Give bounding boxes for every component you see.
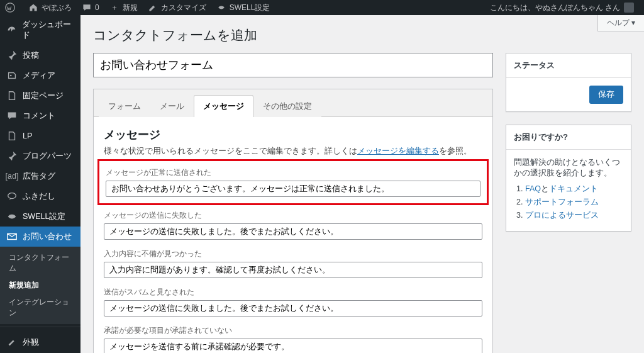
field-label: 入力内容に不備が見つかった xyxy=(104,249,482,259)
tab-form[interactable]: フォーム xyxy=(99,95,150,117)
sidebar-item-appearance[interactable]: 外観 xyxy=(0,332,80,352)
sidebar-item-label: 広告タグ xyxy=(23,171,55,182)
pin-icon xyxy=(6,150,18,162)
message-input[interactable] xyxy=(104,300,482,317)
appearance-icon xyxy=(6,337,18,348)
help-tab: ヘルプ ▾ xyxy=(597,15,644,31)
sidebar-item-label: ダッシュボード xyxy=(22,20,75,41)
user-greeting[interactable]: こんにちは、やぬさんぽんちゃん さん xyxy=(485,0,639,15)
sidebar-item-bubble[interactable]: ふきだし xyxy=(0,186,80,206)
sidebar-item-label: メディア xyxy=(23,70,55,81)
sidebar-item-label: ふきだし xyxy=(23,191,55,202)
sidebar-item-comment[interactable]: コメント xyxy=(0,106,80,126)
swell-icon xyxy=(6,211,18,222)
field-label: メッセージの送信に失敗した xyxy=(104,210,482,221)
message-field-row: 承諾が必要な項目が承諾されていない xyxy=(104,325,482,353)
submenu-item[interactable]: 新規追加 xyxy=(0,277,80,294)
page-icon xyxy=(6,90,18,101)
site-home[interactable]: やぽぶろ xyxy=(23,0,77,15)
field-label: 承諾が必要な項目が承諾されていない xyxy=(104,325,482,336)
tabs-bar: フォームメールメッセージその他の設定 xyxy=(94,89,492,117)
save-button[interactable]: 保存 xyxy=(589,86,623,104)
message-field-row: 送信がスパムと見なされた xyxy=(104,287,482,317)
help-box: お困りですか? 問題解決の助けとなるいくつかの選択肢を紹介します。 FAQとドキ… xyxy=(506,125,631,232)
sidebar-item-contact[interactable]: お問い合わせ xyxy=(0,227,80,247)
lead-link[interactable]: メッセージを編集する xyxy=(357,147,439,155)
section-title: メッセージ xyxy=(104,127,482,142)
avatar-icon xyxy=(624,3,634,13)
field-label: 送信がスパムと見なされた xyxy=(104,287,482,298)
tab-mail[interactable]: メール xyxy=(150,95,194,117)
sidebar-item-label: 投稿 xyxy=(23,50,39,61)
sidebar-item-swell[interactable]: SWELL設定 xyxy=(0,206,80,227)
help-links-list: FAQとドキュメント サポートフォーラム プロによるサービス xyxy=(525,184,623,221)
wp-logo[interactable] xyxy=(0,0,23,15)
sidebar-submenu: コンタクトフォーム新規追加インテグレーション xyxy=(0,247,80,324)
tab-other[interactable]: その他の設定 xyxy=(253,95,321,117)
help-toggle[interactable]: ヘルプ ▾ xyxy=(597,15,644,31)
bubble-icon xyxy=(6,191,18,202)
field-label: メッセージが正常に送信された xyxy=(106,167,480,178)
help-desc: 問題解決の助けとなるいくつかの選択肢を紹介します。 xyxy=(514,157,623,179)
media-icon xyxy=(6,70,18,81)
form-title-input[interactable] xyxy=(93,53,493,77)
sidebar-item-ad[interactable]: [ad]広告タグ xyxy=(0,166,80,186)
sidebar-item-label: SWELL設定 xyxy=(23,211,65,222)
forum-link[interactable]: サポートフォーラム xyxy=(525,198,599,206)
tab-messages[interactable]: メッセージ xyxy=(194,95,253,117)
docs-link[interactable]: ドキュメント xyxy=(549,184,598,193)
sidebar-item-label: お問い合わせ xyxy=(23,232,72,242)
message-field-row: 入力内容に不備が見つかった xyxy=(104,249,482,278)
pro-link[interactable]: プロによるサービス xyxy=(525,211,599,220)
comments-bubble[interactable]: 0 xyxy=(77,0,104,15)
message-input[interactable] xyxy=(106,181,480,197)
submenu-item[interactable]: コンタクトフォーム xyxy=(0,249,80,277)
submenu-item[interactable]: インテグレーション xyxy=(0,294,80,322)
sidebar-item-label: 外観 xyxy=(23,337,39,348)
customize-link[interactable]: カスタマイズ xyxy=(143,0,211,15)
mail-icon xyxy=(6,231,18,242)
message-field-row: メッセージが正常に送信された xyxy=(97,159,489,205)
message-input[interactable] xyxy=(104,339,482,353)
sidebar-item-label: コメント xyxy=(23,111,55,121)
status-box: ステータス 保存 xyxy=(506,53,631,112)
lead-text: 様々な状況で用いられるメッセージをここで編集できます。詳しくはメッセージを編集す… xyxy=(104,146,482,157)
sidebar-item-label: 固定ページ xyxy=(23,91,64,101)
message-field-row: メッセージの送信に失敗した xyxy=(104,210,482,240)
page-title: コンタクトフォームを追加 xyxy=(93,26,257,44)
sidebar-item-pin[interactable]: 投稿 xyxy=(0,45,80,65)
faq-link[interactable]: FAQ xyxy=(525,184,541,193)
content-area: コンタクトフォームを追加 フォームメールメッセージその他の設定 メッセージ 様々… xyxy=(80,15,644,353)
new-content[interactable]: ＋新規 xyxy=(104,0,143,15)
dashboard-icon xyxy=(6,25,17,36)
swell-setting-link[interactable]: SWELL設定 xyxy=(211,0,275,15)
sidebar-item-page[interactable]: LP xyxy=(0,126,80,146)
admin-bar: やぽぶろ 0 ＋新規 カスタマイズ SWELL設定 こんにちは、やぬさんぽんちゃ… xyxy=(0,0,644,15)
ad-icon: [ad] xyxy=(6,171,18,182)
sidebar-item-label: ブログパーツ xyxy=(23,151,72,162)
sidebar-item-label: LP xyxy=(23,132,32,140)
pin-icon xyxy=(6,50,18,61)
svg-point-1 xyxy=(10,75,12,77)
sidebar-item-page[interactable]: 固定ページ xyxy=(0,86,80,106)
message-input[interactable] xyxy=(104,223,482,240)
admin-sidebar: ダッシュボード投稿メディア固定ページコメントLPブログパーツ[ad]広告タグふき… xyxy=(0,15,80,353)
form-editor-box: フォームメールメッセージその他の設定 メッセージ 様々な状況で用いられるメッセー… xyxy=(93,89,493,353)
message-input[interactable] xyxy=(104,262,482,278)
sidebar-item-dashboard[interactable]: ダッシュボード xyxy=(0,15,80,45)
sidebar-item-pin[interactable]: ブログパーツ xyxy=(0,146,80,166)
status-title: ステータス xyxy=(506,53,631,78)
help-box-title: お困りですか? xyxy=(506,125,631,150)
page-icon xyxy=(6,130,18,142)
comment-icon xyxy=(6,110,18,121)
svg-point-2 xyxy=(8,193,16,199)
sidebar-item-media[interactable]: メディア xyxy=(0,65,80,86)
